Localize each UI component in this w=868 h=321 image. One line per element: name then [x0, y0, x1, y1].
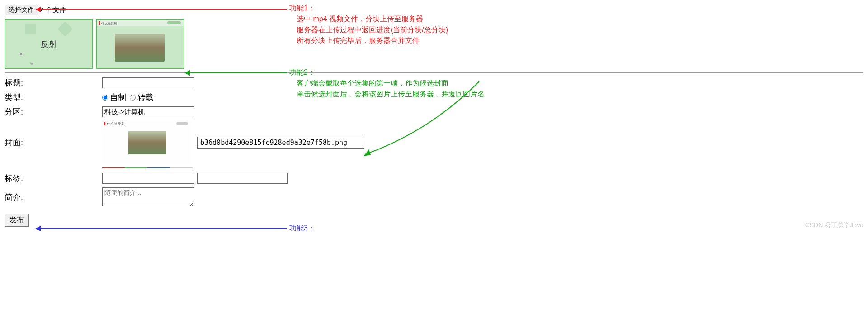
publish-button[interactable]: 发布	[5, 214, 29, 227]
type-opt1-label: 自制	[110, 92, 126, 103]
arrow-feature2-curve	[366, 145, 367, 146]
title-input[interactable]	[102, 77, 194, 88]
svg-marker-0	[363, 149, 371, 156]
cover-thumb-title: 什么是反射	[107, 121, 125, 126]
watermark: CSDN @丁总学Java	[805, 221, 863, 230]
callout-feature1: 功能1： 选中 mp4 视频文件，分块上传至服务器 服务器在上传过程中返回进度(…	[289, 3, 448, 46]
tag-input-1[interactable]	[102, 173, 194, 184]
title-label: 标题:	[5, 77, 102, 88]
thumb2-title: 什么是反射	[101, 21, 117, 26]
type-opt2-label: 转载	[137, 92, 154, 103]
desc-label: 简介:	[5, 187, 102, 203]
description-textarea[interactable]	[102, 187, 194, 206]
category-input[interactable]	[102, 106, 194, 117]
file-count-text: 2 个文件	[40, 6, 66, 14]
thumb1-caption: 反射	[5, 39, 92, 50]
tag-input-2[interactable]	[197, 173, 288, 184]
cover-filename-input[interactable]	[197, 137, 364, 149]
thumbnail-1[interactable]: 反射 ◎	[5, 19, 93, 69]
tag-label: 标签:	[5, 173, 102, 184]
callout-feature2: 功能2： 客户端会截取每个选集的第一帧，作为候选封面 单击候选封面后，会将该图片…	[289, 67, 485, 100]
type-label: 类型:	[5, 92, 102, 103]
category-label: 分区:	[5, 106, 102, 117]
type-radio-self[interactable]	[102, 95, 108, 101]
choose-file-button[interactable]: 选择文件	[5, 5, 38, 15]
callout-feature3: 功能3： 所有信息填写完毕后，点击发布，会将视频以及选集数据发送给服务器 服务器…	[289, 223, 537, 231]
progress-colorbar	[102, 167, 193, 168]
thumb1-footer: ◎	[30, 61, 33, 65]
type-radio-repost[interactable]	[130, 95, 136, 101]
cover-label: 封面:	[5, 137, 102, 148]
thumbnail-2[interactable]: 什么是反射	[96, 19, 184, 69]
cover-thumbnail[interactable]: 什么是反射	[102, 121, 191, 164]
arrow-feature3	[36, 228, 287, 229]
